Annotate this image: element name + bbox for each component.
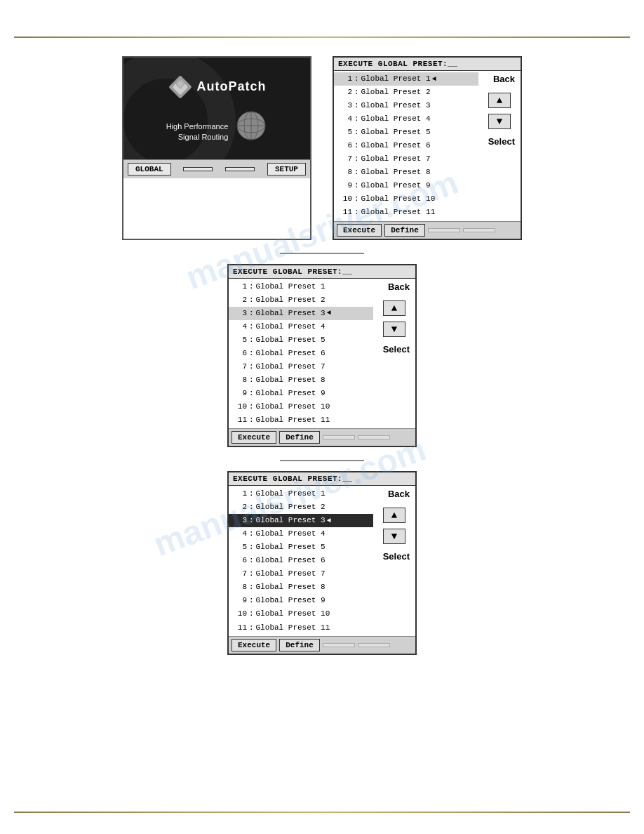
preset-list-item[interactable]: 8:Global Preset 8 <box>229 581 373 594</box>
preset-list-item[interactable]: 4:Global Preset 4 <box>229 527 373 541</box>
preset-sidebar-1: Back ▲ ▼ Select <box>478 71 521 221</box>
row-name: Global Preset 2 <box>361 86 431 98</box>
preset-list-item[interactable]: 8:Global Preset 8 <box>334 166 478 179</box>
row-separator: : <box>249 622 254 634</box>
row-separator: : <box>249 568 254 580</box>
preset-list-item[interactable]: 5:Global Preset 5 <box>229 333 373 347</box>
preset-list-item[interactable]: 9:Global Preset 9 <box>229 387 373 400</box>
row-name: Global Preset 1 <box>361 73 431 85</box>
bottom-divider-line <box>14 812 630 813</box>
row-name: Global Preset 11 <box>256 414 330 426</box>
preset-list-item[interactable]: 4:Global Preset 4 <box>334 112 478 126</box>
row-number: 6 <box>232 348 247 359</box>
row-name: Global Preset 9 <box>256 595 326 607</box>
preset-list-item[interactable]: 5:Global Preset 5 <box>334 126 478 139</box>
scroll-down-button-2[interactable]: ▼ <box>383 322 405 337</box>
scroll-down-button-3[interactable]: ▼ <box>383 529 405 544</box>
preset-list-item[interactable]: 10:Global Preset 10 <box>229 607 373 621</box>
row-name: Global Preset 9 <box>256 388 326 399</box>
row-separator: : <box>354 73 359 85</box>
row-number: 2 <box>232 294 247 306</box>
preset-list-item[interactable]: 9:Global Preset 9 <box>229 594 373 607</box>
top-divider-line <box>14 37 630 38</box>
row-number: 11 <box>337 206 352 218</box>
select-button-3[interactable]: Select <box>383 551 412 562</box>
row-number: 5 <box>337 126 352 138</box>
preset-list-item[interactable]: 10:Global Preset 10 <box>334 192 478 206</box>
row-name: Global Preset 8 <box>256 581 326 593</box>
setup-button[interactable]: SETUP <box>267 163 306 176</box>
preset-panel-1: EXECUTE GLOBAL PRESET:__ 1 : Global Pres… <box>333 56 522 240</box>
preset-body-2: 1:Global Preset 1 2:Global Preset 2 3 : … <box>229 279 415 429</box>
preset-list-item[interactable]: 9:Global Preset 9 <box>334 179 478 192</box>
select-button-2[interactable]: Select <box>383 344 412 355</box>
define-button-1[interactable]: Define <box>384 224 425 237</box>
scroll-up-button-3[interactable]: ▲ <box>383 508 405 523</box>
preset-list-item[interactable]: 2:Global Preset 2 <box>334 86 478 99</box>
preset-list-item[interactable]: 6:Global Preset 6 <box>334 139 478 152</box>
preset-list-item[interactable]: 11:Global Preset 11 <box>229 621 373 635</box>
preset-list-item[interactable]: 11:Global Preset 11 <box>229 413 373 427</box>
select-button-1[interactable]: Select <box>488 136 518 147</box>
row-separator: : <box>249 608 254 620</box>
preset-list-item[interactable]: 1 : Global Preset 1 ◄ <box>334 72 478 86</box>
autopatch-footer: GLOBAL SETUP <box>123 159 310 178</box>
preset-list-item[interactable]: 6:Global Preset 6 <box>229 554 373 567</box>
row-separator: : <box>249 321 254 333</box>
row-name: Global Preset 2 <box>256 501 326 513</box>
preset-list-item[interactable]: 7:Global Preset 7 <box>334 152 478 166</box>
execute-button-2[interactable]: Execute <box>232 431 276 444</box>
back-button-3[interactable]: Back <box>388 489 412 499</box>
row-name: Global Preset 7 <box>361 153 431 165</box>
preset-list-item[interactable]: 1:Global Preset 1 <box>229 280 373 293</box>
define-button-2[interactable]: Define <box>279 431 320 444</box>
preset-list-item[interactable]: 10:Global Preset 10 <box>229 400 373 413</box>
row-name: Global Preset 6 <box>361 140 431 152</box>
global-button[interactable]: GLOBAL <box>128 163 171 176</box>
row-number: 5 <box>232 541 247 553</box>
row-number: 1 <box>232 281 247 293</box>
define-button-3[interactable]: Define <box>279 639 320 651</box>
globe-icon <box>235 110 267 142</box>
preset-footer-2: Execute Define <box>229 428 415 446</box>
preset-sidebar-2: Back ▲ ▼ Select <box>373 279 415 429</box>
row-name: Global Preset 4 <box>256 321 326 333</box>
preset-list-item[interactable]: 7:Global Preset 7 <box>229 567 373 581</box>
preset-list-item[interactable]: 2:Global Preset 2 <box>229 501 373 514</box>
row-separator: : <box>249 348 254 359</box>
section-divider-1 <box>28 253 616 254</box>
row-name: Global Preset 5 <box>361 126 431 138</box>
preset-list-item[interactable]: 3:Global Preset 3 <box>334 99 478 112</box>
row-separator: : <box>354 113 359 125</box>
preset-list-item[interactable]: 1:Global Preset 1 <box>229 487 373 501</box>
row-separator: : <box>354 206 359 218</box>
row-separator: : <box>249 294 254 306</box>
back-button-2[interactable]: Back <box>388 282 412 292</box>
execute-button-1[interactable]: Execute <box>337 224 382 237</box>
scroll-up-button-2[interactable]: ▲ <box>383 300 405 316</box>
row-number: 8 <box>232 581 247 593</box>
preset-list-item[interactable]: 8:Global Preset 8 <box>229 373 373 387</box>
footer-blank-2 <box>225 167 255 171</box>
preset-panel-3: EXECUTE GLOBAL PRESET:__ 1:Global Preset… <box>227 471 417 655</box>
preset-list-item[interactable]: 6:Global Preset 6 <box>229 347 373 360</box>
row-separator: : <box>249 281 254 293</box>
footer-blank-3 <box>428 228 460 232</box>
preset-list-item[interactable]: 4:Global Preset 4 <box>229 320 373 333</box>
row-separator: : <box>249 388 254 399</box>
preset-list-item[interactable]: 3 : Global Preset 3 ◄ <box>229 307 373 320</box>
preset-list-item[interactable]: 7:Global Preset 7 <box>229 360 373 373</box>
preset-list-item[interactable]: 3 : Global Preset 3 ◄ <box>229 514 373 527</box>
row-separator: : <box>354 126 359 138</box>
row-separator: : <box>249 307 254 319</box>
scroll-up-button-1[interactable]: ▲ <box>488 93 511 108</box>
preset-list-item[interactable]: 11:Global Preset 11 <box>334 206 478 219</box>
back-button-1[interactable]: Back <box>493 74 518 84</box>
preset-list-item[interactable]: 2:Global Preset 2 <box>229 293 373 307</box>
row-separator: : <box>249 401 254 413</box>
row-separator: : <box>249 414 254 426</box>
execute-button-3[interactable]: Execute <box>232 639 276 651</box>
scroll-down-button-1[interactable]: ▼ <box>488 114 511 129</box>
preset-list-item[interactable]: 5:Global Preset 5 <box>229 541 373 554</box>
preset-header-1: EXECUTE GLOBAL PRESET:__ <box>334 58 521 71</box>
